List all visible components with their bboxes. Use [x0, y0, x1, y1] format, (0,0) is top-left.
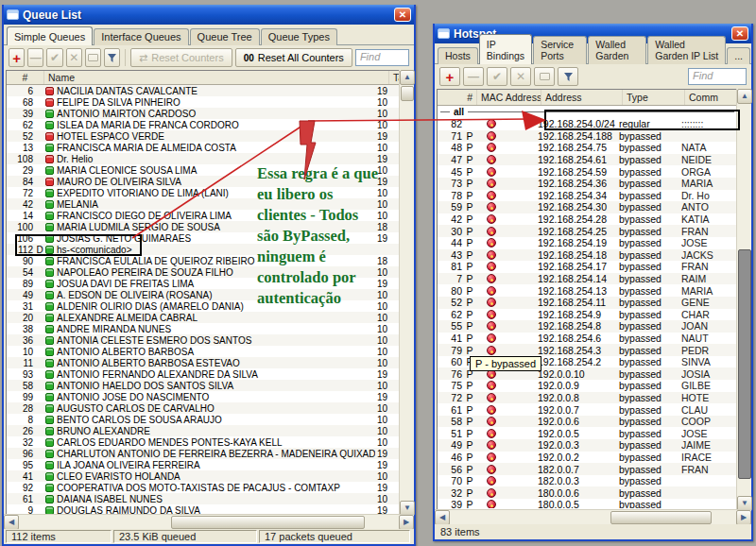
table-row[interactable]: 41 P 192.168.254.6 bypassed NAUT	[438, 333, 736, 345]
table-row[interactable]: 59 P 192.168.254.30 bypassed ANTO	[438, 201, 736, 213]
table-row[interactable]: 81 P 192.168.254.17 bypassed FRAN	[438, 261, 736, 273]
table-row[interactable]: 48 P 192.168.254.75 bypassed NATA	[438, 142, 736, 154]
remove-button[interactable]: —	[27, 48, 43, 67]
table-row[interactable]: 46 P 192.0.0.2 bypassed IRACE	[438, 452, 736, 464]
scroll-up-icon[interactable]: ▲	[400, 70, 415, 85]
find-input[interactable]: Find	[688, 68, 747, 85]
bindings-hscrollbar[interactable]: ◀ ▶	[435, 509, 751, 524]
column-name[interactable]: Name	[44, 71, 389, 84]
scroll-right-icon[interactable]: ▶	[399, 515, 414, 530]
queue-vscrollbar[interactable]: ▲ ▼	[399, 70, 414, 516]
table-row[interactable]: 78 P 192.168.254.34 bypassed Dr. Ho	[438, 190, 736, 202]
table-row[interactable]: 79 P 192.168.254.3 bypassed PEDR	[438, 344, 736, 356]
tab-walled-garden-ip-list[interactable]: Walled Garden IP List	[647, 36, 726, 64]
table-row[interactable]: 61 DAIANA ISABEL NUNES 10	[7, 493, 400, 504]
queue-hscrollbar[interactable]: ◀ ▶	[4, 514, 414, 529]
table-row[interactable]: 99 ANTONIO JOSE DO NASCIMENTO 19	[7, 391, 400, 402]
table-row[interactable]: 52 HOTEL ESPACO VERDE 19	[7, 130, 400, 142]
close-icon[interactable]: ✕	[394, 8, 411, 22]
table-row[interactable]: 96 CHARLUTON ANTONIO DE FERREIRA BEZERRA…	[7, 448, 400, 459]
table-row[interactable]: 11 ANTONIO ALBERTO BARBOSA ESTEVAO 10	[7, 357, 400, 368]
find-input[interactable]: Find	[355, 49, 409, 66]
table-row[interactable]: 13 FRANCISCA MARIA DE ALMEIDA COSTA 10	[7, 142, 400, 153]
table-row[interactable]: 62 P 192.168.254.9 bypassed CHAR	[438, 309, 736, 321]
table-row[interactable]: 82 192.168.254.0/24 regular ::::::::	[438, 118, 736, 130]
table-row[interactable]: 38 ANDRE MIRANDA NUNES 10	[7, 323, 400, 334]
table-row[interactable]: 71 P 192.168.254.188 bypassed	[438, 130, 736, 143]
table-row[interactable]: 39 ANTONIO MAIRTON CARDOSO 10	[7, 108, 400, 119]
scroll-right-icon[interactable]: ▶	[736, 510, 751, 525]
table-row[interactable]: 32 CARLOS EDUARDO MENDES PONTES-KAYA KEL…	[7, 436, 400, 448]
bindings-vscrollbar[interactable]: ▲ ▼	[736, 89, 751, 511]
scroll-up-icon[interactable]: ▲	[737, 89, 752, 104]
table-row[interactable]: 32 P 180.0.0.6 bypassed	[438, 486, 736, 499]
table-row[interactable]: 68 FELIPE DA SILVA PINHEIRO 10	[7, 96, 400, 108]
tab-ip-bindings[interactable]: IP Bindings	[479, 34, 532, 64]
table-row[interactable]: 75 P 192.0.0.9 bypassed GILBE	[438, 380, 736, 392]
comment-button[interactable]	[534, 67, 555, 86]
table-row[interactable]: 56 P 182.0.0.7 bypassed FRAN	[438, 463, 736, 475]
scroll-left-icon[interactable]: ◀	[435, 510, 450, 525]
close-icon[interactable]: ✕	[731, 26, 748, 41]
filter-button[interactable]	[558, 67, 578, 86]
table-row[interactable]: 58 ANTONIO HAELDO DOS SANTOS SILVA 10	[7, 380, 400, 391]
table-row[interactable]: 52 P 192.168.254.11 bypassed GENE	[438, 297, 736, 309]
column-num[interactable]: #	[7, 71, 44, 84]
tab-walled-garden[interactable]: Walled Garden	[588, 36, 646, 64]
tab-queue-types[interactable]: Queue Types	[261, 28, 337, 45]
table-row[interactable]: 42 P 192.168.254.28 bypassed KATIA	[438, 213, 736, 226]
table-row[interactable]: 73 P 192.168.254.36 bypassed MARIA	[438, 178, 736, 190]
table-row[interactable]: 8 BENTO CARLOS DE SOUSA ARAUJO 10	[7, 414, 400, 425]
table-row[interactable]: 45 P 192.168.254.59 bypassed ORGA	[438, 165, 736, 178]
tab-hosts[interactable]: Hosts	[438, 47, 478, 64]
disable-button[interactable]: ✕	[66, 48, 82, 67]
tab-queue-tree[interactable]: Queue Tree	[190, 28, 260, 45]
scroll-left-icon[interactable]: ◀	[4, 515, 19, 530]
table-row[interactable]: 10 ANTONIO ALBERTO BARBOSA 10	[7, 346, 400, 357]
table-row[interactable]: 28 AUGUSTO CARLOS DE CARVALHO 10	[7, 402, 400, 414]
bindings-hscroll-thumb[interactable]	[610, 511, 712, 524]
table-row[interactable]: 6 NACILIA DANTAS CAVALCANTE 19	[7, 85, 400, 96]
comment-button[interactable]	[85, 48, 101, 67]
tab-interface-queues[interactable]: Interface Queues	[94, 28, 188, 45]
tab-more[interactable]: ...	[727, 47, 750, 64]
table-row[interactable]: 61 P 192.0.0.7 bypassed CLAU	[438, 403, 736, 416]
table-row[interactable]: 43 P 192.168.254.18 bypassed JACKS	[438, 249, 736, 262]
enable-button[interactable]: ✔	[487, 67, 507, 86]
table-row[interactable]: 44 P 192.168.254.19 bypassed JOSE	[438, 237, 736, 249]
table-row[interactable]: 49 P 192.0.0.3 bypassed JAIME	[438, 439, 736, 452]
queue-list-titlebar[interactable]: Queue List ✕	[4, 5, 414, 25]
bindings-vscroll-thumb[interactable]	[738, 249, 751, 479]
table-row[interactable]: 26 BRUNO ALEXANDRE 10	[7, 425, 400, 436]
remove-button[interactable]: —	[463, 67, 484, 86]
table-row[interactable]: 92 COOPERATIVA DOS MOTO-TAXISTAS DE PACA…	[7, 482, 400, 493]
add-button[interactable]: +	[9, 48, 25, 67]
table-row[interactable]: 36 ANTONIA CELESTE ESMERO DOS SANTOS 10	[7, 334, 400, 346]
queue-vscroll-thumb[interactable]	[401, 86, 414, 101]
table-row[interactable]: 80 P 192.168.254.13 bypassed MARIA	[438, 284, 736, 297]
table-row[interactable]: 30 P 192.168.254.25 bypassed FRAN	[438, 225, 736, 237]
reset-counters-button[interactable]: ⇄ Reset Counters	[130, 48, 232, 67]
table-row[interactable]: 70 P 182.0.0.3 bypassed	[438, 475, 736, 487]
enable-button[interactable]: ✔	[46, 48, 62, 67]
table-row[interactable]: 47 P 192.168.254.61 bypassed NEIDE	[438, 154, 736, 166]
column-type[interactable]: Type	[623, 90, 685, 105]
table-row[interactable]: 51 P 192.0.0.5 bypassed JOSE	[438, 427, 736, 439]
column-mac-address[interactable]: MAC Address	[477, 90, 541, 105]
table-row[interactable]: 72 P 192.0.0.8 bypassed HOTE	[438, 392, 736, 404]
filter-button[interactable]	[104, 48, 120, 67]
column-comment[interactable]: Comm	[685, 90, 736, 105]
table-row[interactable]: 7 P 192.168.254.14 bypassed RAIM	[438, 273, 736, 285]
table-row[interactable]: 58 P 192.0.0.6 bypassed COOP	[438, 416, 736, 428]
reset-all-counters-button[interactable]: 00 Reset All Counters	[235, 48, 352, 67]
table-row[interactable]: 95 ILA JOANA OLIVEIRA FERREIRA 19	[7, 459, 400, 470]
column-address[interactable]: Address	[541, 90, 623, 105]
queue-hscroll-thumb[interactable]	[171, 516, 365, 529]
table-row[interactable]: 93 ANTONIO FERNANDO ALEXANDRE DA SILVA 1…	[7, 368, 400, 380]
tab-service-ports[interactable]: Service Ports	[533, 36, 587, 64]
table-row[interactable]: 20 ALEXANDRE ALMEIDA CABRAL 10	[7, 312, 400, 323]
column-num[interactable]: #	[438, 90, 477, 105]
tab-simple-queues[interactable]: Simple Queues	[7, 26, 93, 45]
table-row[interactable]: 62 ISLEA DA MARIA DE FRANCA CORDORO 10	[7, 119, 400, 130]
disable-button[interactable]: ✕	[510, 67, 531, 86]
